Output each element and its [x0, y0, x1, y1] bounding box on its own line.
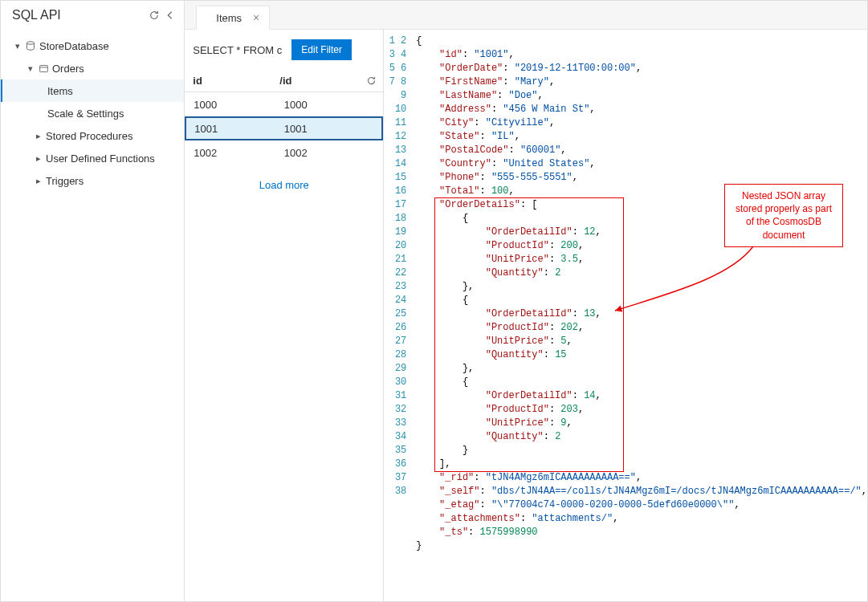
resource-tree: ▾ StoreDatabase ▾ Orders Items Scale & S… [1, 30, 184, 192]
load-more-link[interactable]: Load more [185, 165, 383, 205]
code-area[interactable]: { "id": "1001", "OrderDate": "2019-12-11… [411, 30, 867, 601]
tree-label: User Defined Functions [44, 153, 155, 165]
api-title: SQL API [12, 8, 61, 22]
json-editor[interactable]: 1 2 3 4 5 6 7 8 9 10 11 12 13 14 15 16 1… [384, 30, 867, 601]
tree-node-udf[interactable]: ▸ User Defined Functions [1, 147, 184, 169]
tree-label: Triggers [44, 175, 84, 187]
caret-right-icon: ▸ [33, 131, 44, 141]
svg-point-0 [26, 42, 34, 45]
database-icon [23, 40, 38, 51]
caret-right-icon: ▸ [33, 153, 44, 164]
tree-label: Orders [51, 63, 84, 75]
cell-id: 1002 [194, 147, 284, 159]
edit-filter-button[interactable]: Edit Filter [291, 39, 352, 60]
col-partition: /id [279, 75, 366, 87]
collapse-icon[interactable] [165, 10, 176, 21]
main-content: Items × SELECT * FROM c Edit Filter id /… [185, 1, 867, 601]
caret-down-icon: ▾ [25, 63, 36, 74]
tree-node-database[interactable]: ▾ StoreDatabase [1, 35, 184, 57]
cell-id: 1001 [194, 123, 284, 135]
cell-pid: 1000 [284, 99, 375, 111]
document-list-pane: SELECT * FROM c Edit Filter id /id 1000 … [185, 30, 384, 601]
tree-label: Items [46, 85, 73, 97]
tab-bar: Items × [185, 1, 867, 30]
line-gutter: 1 2 3 4 5 6 7 8 9 10 11 12 13 14 15 16 1… [384, 30, 411, 601]
query-text: SELECT * FROM c [193, 44, 282, 56]
caret-down-icon: ▾ [12, 41, 23, 51]
tree-label: StoreDatabase [38, 40, 109, 52]
tree-label: Scale & Settings [46, 108, 124, 120]
container-icon [36, 63, 51, 74]
list-header: id /id [185, 70, 383, 92]
annotation-text: Nested JSON array stored properly as par… [736, 190, 832, 241]
tree-node-stored-procedures[interactable]: ▸ Stored Procedures [1, 124, 184, 147]
tree-node-scale-settings[interactable]: Scale & Settings [1, 102, 184, 124]
cell-pid: 1001 [284, 123, 374, 135]
refresh-icon[interactable] [366, 75, 377, 86]
sidebar: SQL API ▾ StoreDatabase ▾ [1, 1, 185, 601]
tab-items[interactable]: Items × [196, 6, 270, 30]
cell-pid: 1002 [284, 147, 375, 159]
tab-label: Items [216, 12, 242, 24]
tree-node-triggers[interactable]: ▸ Triggers [1, 169, 184, 192]
tree-node-items[interactable]: Items [1, 79, 184, 102]
svg-rect-1 [39, 65, 47, 71]
refresh-icon[interactable] [149, 10, 160, 21]
col-id: id [193, 75, 279, 87]
tree-node-container[interactable]: ▾ Orders [1, 57, 184, 79]
close-icon[interactable]: × [253, 11, 259, 24]
caret-right-icon: ▸ [33, 176, 44, 186]
annotation-callout: Nested JSON array stored properly as par… [724, 184, 843, 247]
tree-label: Stored Procedures [44, 130, 132, 142]
list-item[interactable]: 1002 1002 [185, 140, 383, 165]
list-item[interactable]: 1000 1000 [185, 92, 383, 116]
list-item[interactable]: 1001 1001 [185, 116, 383, 140]
sidebar-header: SQL API [1, 1, 184, 30]
cell-id: 1000 [194, 99, 284, 111]
